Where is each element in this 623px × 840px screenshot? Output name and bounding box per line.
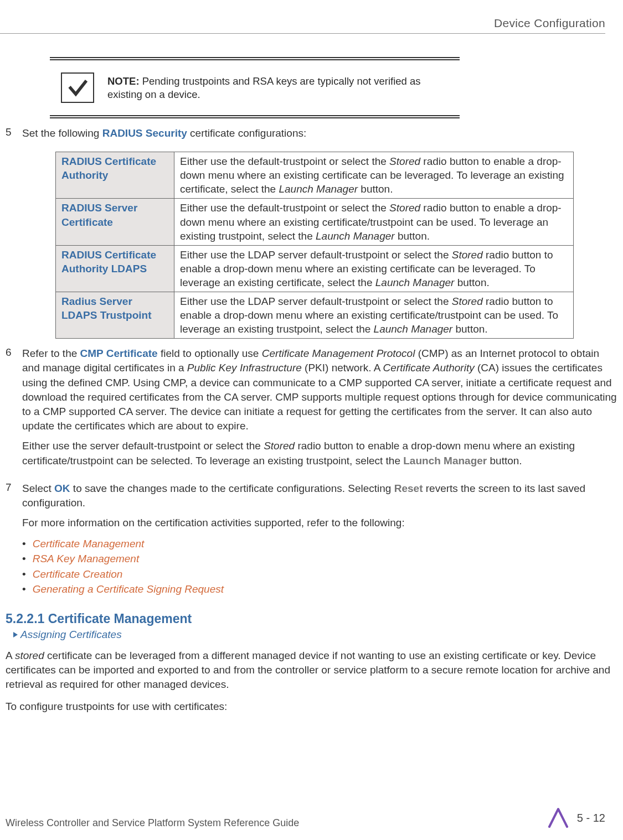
list-item: •Certificate Management [22,536,617,552]
bullet-icon: • [22,582,26,597]
row-0-desc: Either use the default-trustpoint or sel… [174,152,574,199]
header-section-title: Device Configuration [0,17,623,30]
note-body: Pending trustpoints and RSA keys are typ… [107,75,421,100]
row-3-desc: Either use the LDAP server default-trust… [174,292,574,338]
table-row: RADIUS Server Certificate Either use the… [56,199,574,245]
step-5-intro: Set the following RADIUS Security certif… [22,126,617,141]
stored-cert-paragraph: A stored certificate can be leveraged fr… [6,649,617,692]
link-rsa-key[interactable]: RSA Key Management [33,551,140,567]
subsection-heading: 5.2.2.1 Certificate Management [6,611,617,626]
table-row: RADIUS Certificate Authority LDAPS Eithe… [56,245,574,292]
checkmark-icon [61,72,94,103]
row-0-label: RADIUS Certificate Authority [56,152,174,199]
note-text: NOTE: Pending trustpoints and RSA keys a… [107,72,446,101]
step-7-p1: Select OK to save the changes made to th… [22,481,617,510]
step-7-p2: For more information on the certificatio… [22,516,617,530]
page-number: 5 - 12 [577,812,605,825]
page-footer: Wireless Controller and Service Platform… [0,807,623,829]
list-item: •RSA Key Management [22,551,617,567]
divider-top-2 [50,59,460,60]
triangle-right-icon [13,632,18,637]
step-6-p2: Either use the server default-trustpoint… [22,439,617,468]
breadcrumb-label: Assigning Certificates [20,629,122,641]
step-6: 6 Refer to the CMP Certificate field to … [6,346,617,474]
step-6-number: 6 [6,346,16,359]
cert-links-list: •Certificate Management •RSA Key Managem… [22,536,617,597]
link-cert-mgmt[interactable]: Certificate Management [33,536,145,552]
divider-bot-1 [50,115,460,116]
step-7: 7 Select OK to save the changes made to … [6,481,617,605]
radius-config-table: RADIUS Certificate Authority Either use … [55,152,574,339]
divider-top-1 [50,57,460,58]
step-7-number: 7 [6,481,16,494]
row-3-label: Radius Server LDAPS Trustpoint [56,292,174,338]
bullet-icon: • [22,536,26,552]
brand-logo-icon [547,807,569,829]
bullet-icon: • [22,567,26,582]
bullet-icon: • [22,551,26,567]
table-row: RADIUS Certificate Authority Either use … [56,152,574,199]
footer-doc-title: Wireless Controller and Service Platform… [6,817,299,829]
step-6-p1: Refer to the CMP Certificate field to op… [22,346,617,433]
row-2-desc: Either use the LDAP server default-trust… [174,245,574,292]
row-2-label: RADIUS Certificate Authority LDAPS [56,245,174,292]
breadcrumb[interactable]: Assigning Certificates [13,629,617,641]
row-1-label: RADIUS Server Certificate [56,199,174,245]
link-cert-creation[interactable]: Certificate Creation [33,567,123,582]
row-1-desc: Either use the default-trustpoint or sel… [174,199,574,245]
divider-bot-2 [50,117,460,118]
note-label: NOTE: [107,75,140,87]
step-5-bold: RADIUS Security [102,127,187,139]
note-block: NOTE: Pending trustpoints and RSA keys a… [61,72,617,103]
list-item: •Generating a Certificate Signing Reques… [22,582,617,597]
configure-trustpoints-paragraph: To configure trustpoints for use with ce… [6,699,617,714]
list-item: •Certificate Creation [22,567,617,582]
table-row: Radius Server LDAPS Trustpoint Either us… [56,292,574,338]
step-5: 5 Set the following RADIUS Security cert… [6,126,617,146]
link-csr[interactable]: Generating a Certificate Signing Request [33,582,224,597]
step-5-number: 5 [6,126,16,138]
